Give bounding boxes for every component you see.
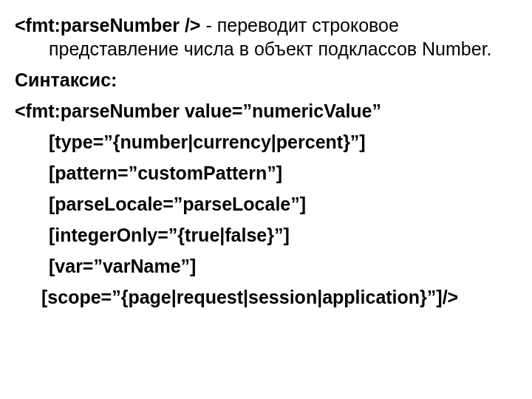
intro-paragraph: <fmt:parseNumber /> - переводит строково… [15, 13, 511, 61]
syntax-label: Синтаксис: [15, 68, 511, 92]
slide-content: <fmt:parseNumber /> - переводит строково… [0, 0, 532, 330]
tag-name: <fmt:parseNumber /> [15, 15, 200, 35]
syntax-integer-only: [integerOnly=”{true|false}”] [15, 223, 511, 247]
syntax-scope: [scope=”{page|request|session|applicatio… [15, 285, 511, 309]
syntax-parse-locale: [parseLocale=”parseLocale”] [15, 192, 511, 216]
syntax-var: [var=”varName”] [15, 254, 511, 278]
syntax-open: <fmt:parseNumber value=”numericValue” [15, 99, 511, 123]
syntax-type: [type=”{number|currency|percent}”] [15, 130, 511, 154]
syntax-pattern: [pattern=”customPattern”] [15, 161, 511, 185]
